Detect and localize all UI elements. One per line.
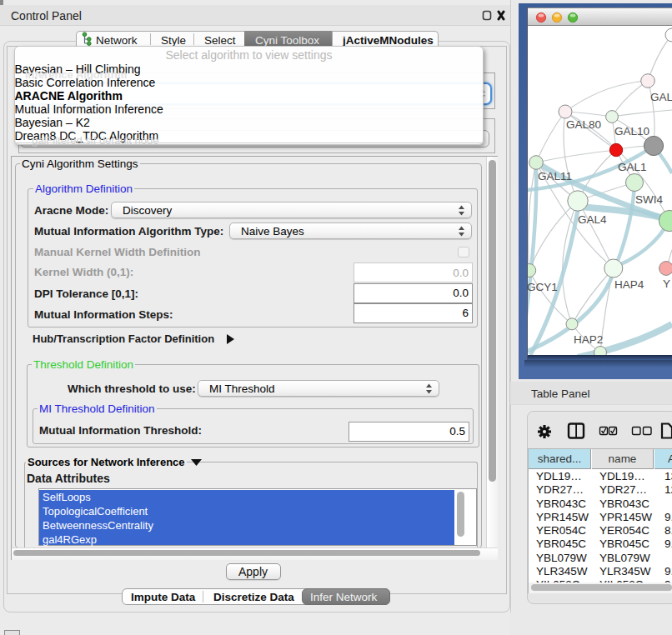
svg-text:GAL4: GAL4: [578, 213, 607, 226]
svg-text:HAP4: HAP4: [614, 278, 644, 291]
svg-text:GCY1: GCY1: [528, 281, 558, 293]
svg-text:GAL1: GAL1: [618, 161, 647, 173]
svg-text:GAL: GAL: [650, 91, 672, 103]
svg-text:SWI4: SWI4: [635, 193, 663, 206]
svg-text:GAL80: GAL80: [566, 118, 601, 131]
svg-text:Y: Y: [663, 278, 670, 290]
svg-text:GAL11: GAL11: [538, 170, 572, 182]
svg-text:GAL10: GAL10: [614, 125, 649, 138]
svg-text:HAP2: HAP2: [574, 333, 603, 346]
